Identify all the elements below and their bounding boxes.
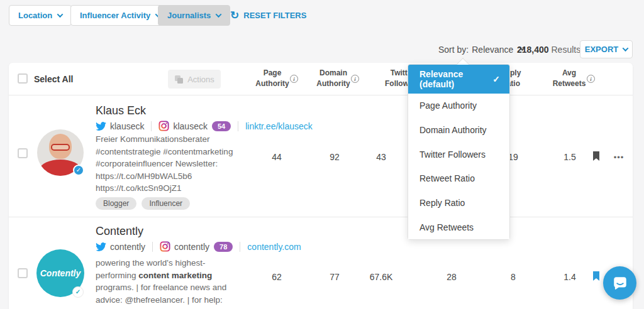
filter-journalists-button[interactable]: Journalists (158, 5, 230, 26)
reset-filters-label: RESET FILTERS (243, 11, 306, 20)
instagram-handle[interactable]: contently (174, 242, 209, 252)
domain-authority-value: 77 (309, 272, 360, 282)
column-header-avg-retweets: Avg Retweets i (541, 68, 597, 89)
divider (152, 242, 153, 252)
table-row-klaus-eck: ✓ Klaus Eck klauseck klauseck 54 linktr.… (9, 95, 633, 217)
twitter-followers-value: 43 (356, 152, 406, 162)
export-button[interactable]: EXPORT (580, 40, 633, 58)
bookmark-icon[interactable] (592, 151, 600, 164)
select-all-label: Select All (34, 74, 74, 84)
check-icon: ✓ (492, 74, 500, 84)
instagram-count-badge: 78 (214, 242, 233, 252)
verified-badge-icon: ✓ (72, 286, 84, 298)
filter-influencer-activity-label: Influencer Activity (80, 11, 150, 20)
sort-option-domain-authority[interactable]: Domain Authority (408, 118, 509, 143)
retweet-ratio-value: 28 (426, 272, 477, 282)
filter-influencer-activity-button[interactable]: Influencer Activity (70, 5, 170, 26)
tag-blogger: Blogger (96, 197, 136, 210)
avg-retweets-value: 1.4 (545, 272, 595, 282)
twitter-followers-value: 67.6K (356, 272, 406, 282)
filter-location-label: Location (18, 11, 52, 20)
avatar-logo-text: Contently (40, 268, 81, 278)
profile-bio: Freier Kommunikationsberater #contentstr… (96, 133, 242, 195)
column-header-page-authority: Page Authority i (244, 68, 301, 89)
reply-ratio-value: 8 (488, 272, 538, 282)
filter-journalists-label: Journalists (167, 11, 211, 20)
avg-retweets-value: 1.5 (545, 152, 595, 162)
results-label: Results (552, 45, 581, 55)
social-links: contently contently 78 contently.com (96, 241, 301, 252)
results-number: 218,400 (517, 45, 549, 55)
twitter-handle[interactable]: klauseck (110, 121, 144, 131)
divider (240, 242, 240, 252)
sort-option-reply-ratio[interactable]: Reply Ratio (408, 191, 509, 215)
social-links: klauseck klauseck 54 linktr.ee/klauseck (96, 121, 313, 131)
filter-location-button[interactable]: Location (9, 5, 72, 26)
sort-option-retweet-ratio[interactable]: Retweet Ratio (408, 166, 509, 191)
chat-bubble-icon (612, 275, 628, 291)
instagram-handle[interactable]: klauseck (173, 121, 207, 131)
more-options-button[interactable]: ••• (605, 153, 633, 162)
twitter-handle[interactable]: contently (110, 242, 145, 252)
profile-tags: Blogger Influencer (96, 197, 190, 210)
chevron-down-icon (57, 11, 64, 18)
website-link[interactable]: contently.com (247, 242, 301, 252)
verified-badge-icon: ✓ (73, 165, 84, 176)
row-checkbox[interactable] (18, 268, 28, 278)
sort-option-relevance[interactable]: Relevance (default) ✓ (408, 65, 509, 94)
column-header-domain-authority: Domain Authority i (305, 68, 362, 89)
page-authority-value: 44 (252, 152, 302, 162)
table-header: Select All Actions Page Authority i Doma… (9, 63, 633, 95)
sort-option-avg-retweets[interactable]: Avg Retweets (408, 215, 509, 239)
select-all-checkbox[interactable] (18, 73, 28, 84)
instagram-icon (160, 241, 170, 252)
profile-name[interactable]: Contently (96, 225, 143, 238)
results-count: 218,400 Results (517, 45, 580, 55)
sort-by-label: Sort by: (438, 45, 469, 55)
twitter-icon (96, 122, 106, 131)
page-authority-value: 62 (252, 272, 302, 282)
profile-name[interactable]: Klaus Eck (96, 104, 146, 117)
actions-label: Actions (187, 75, 214, 84)
reset-filters-button[interactable]: ↻ RESET FILTERS (230, 5, 306, 26)
export-label: EXPORT (585, 45, 618, 54)
chevron-down-icon (216, 11, 222, 18)
sort-by-control[interactable]: Sort by: Relevance (438, 45, 525, 55)
refresh-icon: ↻ (230, 10, 239, 21)
domain-authority-value: 92 (309, 152, 360, 162)
chevron-down-icon (623, 45, 629, 52)
layers-icon (174, 75, 184, 84)
website-link[interactable]: linktr.ee/klauseck (245, 121, 313, 131)
chat-launcher-button[interactable] (603, 266, 636, 300)
tag-influencer: Influencer (142, 197, 190, 210)
sort-dropdown-menu: Relevance (default) ✓ Page Authority Dom… (408, 64, 510, 240)
app-window: Location Influencer Activity Journalists… (0, 0, 644, 309)
divider (238, 121, 238, 131)
row-checkbox[interactable] (18, 148, 28, 158)
divider (151, 121, 152, 131)
actions-button[interactable]: Actions (168, 70, 221, 89)
instagram-count-badge: 54 (212, 121, 231, 131)
results-table: Select All Actions Page Authority i Doma… (9, 63, 633, 309)
bookmark-icon[interactable] (592, 271, 600, 284)
table-row-contently: Contently ✓ Contently contently contentl… (9, 217, 633, 309)
instagram-icon (158, 121, 169, 131)
info-icon[interactable]: i (351, 75, 359, 83)
sort-by-value: Relevance (472, 45, 513, 55)
twitter-icon (96, 242, 106, 251)
profile-bio: powering the world's highest- performing… (96, 257, 242, 309)
sort-option-twitter-followers[interactable]: Twitter Followers (408, 142, 509, 166)
info-icon[interactable]: i (587, 75, 595, 83)
sort-option-page-authority[interactable]: Page Authority (408, 94, 509, 118)
info-icon[interactable]: i (290, 75, 298, 83)
